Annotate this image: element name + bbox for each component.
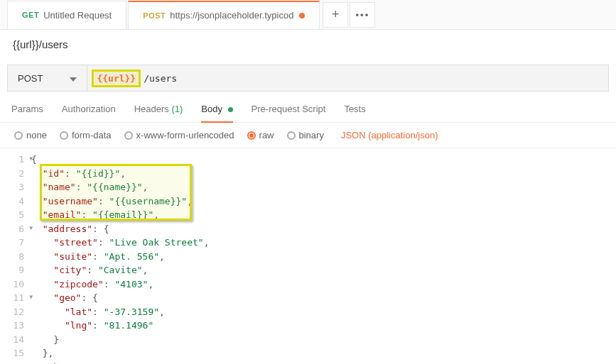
line-number: 6▼ bbox=[0, 222, 31, 236]
tab-headers[interactable]: Headers (1) bbox=[134, 104, 183, 123]
code-content[interactable]: "city": "Cavite", bbox=[31, 263, 148, 277]
body-type-binary[interactable]: binary bbox=[287, 130, 324, 140]
code-content[interactable]: }, bbox=[31, 346, 53, 360]
line-number: 10 bbox=[0, 277, 31, 292]
tab-tests[interactable]: Tests bbox=[344, 104, 365, 123]
editor-line[interactable]: 5 "email": "{{email}}", bbox=[0, 208, 616, 222]
fold-icon[interactable]: ▼ bbox=[29, 224, 33, 233]
url-var-highlight: {{url}} bbox=[92, 70, 141, 87]
method-label: POST bbox=[18, 73, 43, 84]
line-number: 15 bbox=[0, 346, 31, 360]
tab-label: Headers bbox=[134, 104, 169, 114]
tab-prerequest[interactable]: Pre-request Script bbox=[252, 104, 326, 123]
editor-line[interactable]: 10 "zipcode": "4103", bbox=[0, 277, 616, 292]
code-content[interactable]: "lng": "81.1496" bbox=[31, 319, 153, 333]
body-type-urlencoded[interactable]: x-www-form-urlencoded bbox=[124, 130, 234, 140]
radio-icon bbox=[247, 131, 256, 140]
editor-line[interactable]: 12 "lat": "-37.3159", bbox=[0, 305, 616, 319]
new-tab-button[interactable]: + bbox=[323, 2, 348, 28]
fold-icon[interactable]: ▼ bbox=[29, 155, 33, 163]
code-content[interactable]: "suite": "Apt. 556", bbox=[31, 250, 165, 264]
body-editor[interactable]: 1▼{2 "id": "{{id}}",3 "name": "{{name}}"… bbox=[0, 148, 616, 364]
line-number: 8 bbox=[0, 250, 31, 264]
body-active-dot-icon bbox=[228, 107, 233, 112]
tab-overflow-button[interactable]: ••• bbox=[350, 2, 375, 28]
line-number: 2 bbox=[0, 167, 31, 181]
url-variable-token[interactable]: {{url}} bbox=[97, 73, 136, 84]
code-content[interactable]: "name": "{{name}}", bbox=[31, 180, 148, 194]
editor-line[interactable]: 16 "phone": "1-770-736-8031 x56442", bbox=[0, 360, 616, 365]
line-number: 7 bbox=[0, 236, 31, 250]
request-name[interactable]: {{url}}/users bbox=[0, 30, 616, 59]
code-content[interactable]: "address": { bbox=[31, 222, 109, 236]
url-bar: POST {{url}} /users bbox=[7, 65, 609, 92]
editor-line[interactable]: 11▼ "geo": { bbox=[0, 291, 616, 305]
code-content[interactable]: } bbox=[31, 333, 59, 347]
body-type-raw[interactable]: raw bbox=[247, 130, 274, 140]
fold-icon[interactable]: ▼ bbox=[29, 293, 33, 302]
code-content[interactable]: "phone": "1-770-736-8031 x56442", bbox=[31, 360, 226, 365]
method-badge: POST bbox=[143, 11, 166, 20]
code-content[interactable]: "geo": { bbox=[31, 291, 98, 305]
code-content[interactable]: "street": "Live Oak Street", bbox=[31, 236, 209, 250]
tab-label: Body bbox=[201, 104, 222, 114]
line-number: 14 bbox=[0, 333, 31, 347]
code-content[interactable]: "username": "{{username}}", bbox=[31, 194, 193, 209]
line-number: 5 bbox=[0, 208, 31, 222]
line-number: 11▼ bbox=[0, 291, 31, 305]
tab-body[interactable]: Body bbox=[201, 104, 232, 123]
code-content[interactable]: "lat": "-37.3159", bbox=[31, 305, 165, 319]
line-number: 12 bbox=[0, 305, 31, 319]
editor-line[interactable]: 7 "street": "Live Oak Street", bbox=[0, 236, 616, 250]
code-content[interactable]: "email": "{{email}}", bbox=[31, 208, 159, 222]
body-type-none[interactable]: none bbox=[14, 130, 47, 140]
content-type-select[interactable]: JSON (application/json) bbox=[341, 130, 438, 140]
tab-get-untitled[interactable]: GET Untitled Request bbox=[7, 1, 126, 29]
dots-icon: ••• bbox=[356, 9, 370, 20]
tab-title: https://jsonplaceholder.typicod bbox=[170, 10, 293, 21]
editor-line[interactable]: 2 "id": "{{id}}", bbox=[0, 167, 616, 181]
code-content[interactable]: "zipcode": "4103", bbox=[31, 277, 153, 292]
tab-bar: GET Untitled Request POST https://jsonpl… bbox=[0, 0, 616, 30]
body-type-row: none form-data x-www-form-urlencoded raw… bbox=[0, 123, 616, 148]
radio-icon bbox=[287, 131, 296, 140]
body-type-formdata[interactable]: form-data bbox=[60, 130, 112, 140]
request-sub-tabs: Params Authorization Headers (1) Body Pr… bbox=[0, 92, 616, 123]
editor-line[interactable]: 3 "name": "{{name}}", bbox=[0, 180, 616, 194]
radio-icon bbox=[124, 131, 133, 140]
line-number: 4 bbox=[0, 194, 31, 209]
url-path[interactable]: /users bbox=[141, 73, 177, 84]
editor-line[interactable]: 4 "username": "{{username}}", bbox=[0, 194, 616, 209]
unsaved-dot-icon bbox=[299, 13, 305, 18]
headers-count: (1) bbox=[171, 104, 183, 114]
radio-icon bbox=[14, 131, 23, 140]
editor-line[interactable]: 15 }, bbox=[0, 346, 616, 360]
line-number: 16 bbox=[0, 360, 31, 365]
tab-title: Untitled Request bbox=[43, 10, 112, 21]
tab-authorization[interactable]: Authorization bbox=[62, 104, 116, 123]
line-number: 9 bbox=[0, 263, 31, 277]
line-number: 1▼ bbox=[0, 153, 31, 167]
chevron-down-icon bbox=[70, 73, 77, 84]
radio-icon bbox=[60, 131, 68, 140]
editor-line[interactable]: 13 "lng": "81.1496" bbox=[0, 319, 616, 333]
editor-line[interactable]: 9 "city": "Cavite", bbox=[0, 263, 616, 277]
method-select[interactable]: POST bbox=[8, 65, 87, 91]
editor-line[interactable]: 1▼{ bbox=[0, 153, 616, 167]
method-badge: GET bbox=[22, 11, 39, 19]
editor-line[interactable]: 6▼ "address": { bbox=[0, 222, 616, 236]
code-content[interactable]: "id": "{{id}}", bbox=[31, 167, 126, 181]
line-number: 3 bbox=[0, 180, 31, 194]
editor-line[interactable]: 8 "suite": "Apt. 556", bbox=[0, 250, 616, 264]
editor-line[interactable]: 14 } bbox=[0, 333, 616, 347]
line-number: 13 bbox=[0, 319, 31, 333]
tab-post-jsonplaceholder[interactable]: POST https://jsonplaceholder.typicod bbox=[128, 1, 320, 29]
tab-params[interactable]: Params bbox=[11, 104, 43, 123]
